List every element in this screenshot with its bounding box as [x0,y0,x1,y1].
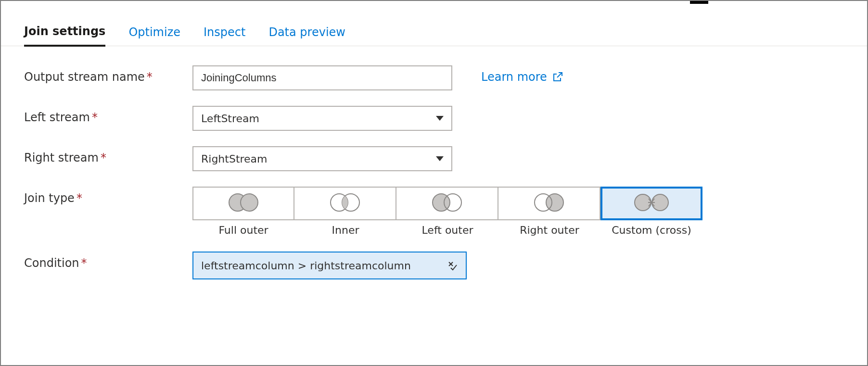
tab-optimize[interactable]: Optimize [128,25,180,46]
required-asterisk: * [92,111,98,124]
row-output-stream-name: Output stream name* Learn more [24,65,844,90]
right-stream-select[interactable]: RightStream [192,146,452,171]
join-type-label: Left outer [422,224,473,236]
join-type-options: Full outer [192,187,702,236]
label-text: Right stream [24,151,99,164]
row-condition: Condition* leftstreamcolumn > rightstrea… [24,252,844,279]
join-type-label: Full outer [218,224,268,236]
required-asterisk: * [77,191,82,205]
venn-full-outer-icon [222,192,265,215]
venn-right-outer-icon [527,192,571,215]
tab-data-preview[interactable]: Data preview [268,25,345,46]
join-type-label: Right outer [520,224,579,236]
tab-inspect[interactable]: Inspect [204,25,245,46]
join-type-full-outer[interactable]: Full outer [192,187,294,236]
tab-join-settings[interactable]: Join settings [24,25,105,47]
tab-bar: Join settings Optimize Inspect Data prev… [1,1,867,46]
left-stream-select[interactable]: LeftStream [192,106,452,131]
right-stream-value: RightStream [201,153,268,165]
svg-point-6 [433,194,450,211]
venn-cross-icon [630,192,673,215]
required-asterisk: * [81,256,87,270]
label-join-type: Join type* [24,187,192,205]
condition-input[interactable]: leftstreamcolumn > rightstreamcolumn [192,252,467,279]
settings-panel: Join settings Optimize Inspect Data prev… [0,0,868,366]
join-type-right-outer[interactable]: Right outer [498,187,600,236]
condition-validate-icon[interactable] [447,260,458,271]
label-text: Left stream [24,111,90,124]
required-asterisk: * [101,151,106,164]
join-type-left-outer[interactable]: Left outer [396,187,498,236]
row-right-stream: Right stream* RightStream [24,146,844,171]
label-condition: Condition* [24,252,192,270]
label-text: Join type [24,191,75,205]
condition-value: leftstreamcolumn > rightstreamcolumn [201,260,411,272]
left-stream-value: LeftStream [201,113,259,125]
venn-left-outer-icon [425,192,469,215]
venn-inner-icon [323,192,367,215]
label-output-stream-name: Output stream name* [24,65,192,84]
learn-more-text: Learn more [481,70,547,84]
output-stream-name-input[interactable] [192,65,452,90]
label-left-stream: Left stream* [24,106,192,124]
join-type-label: Inner [332,224,359,236]
required-asterisk: * [147,70,153,84]
join-type-inner[interactable]: Inner [294,187,396,236]
join-type-label: Custom (cross) [612,224,691,236]
label-text: Condition [24,256,79,270]
svg-point-1 [241,194,258,211]
chevron-down-icon [436,156,444,161]
join-type-custom-cross[interactable]: Custom (cross) [600,187,702,236]
learn-more-link[interactable]: Learn more [481,65,563,84]
external-link-icon [552,71,563,83]
svg-point-8 [546,194,563,211]
chevron-down-icon [436,116,444,121]
row-join-type: Join type* Full outer [24,187,844,236]
label-right-stream: Right stream* [24,146,192,164]
label-text: Output stream name [24,70,145,84]
drag-stub [690,1,708,4]
row-left-stream: Left stream* LeftStream [24,106,844,131]
form-area: Output stream name* Learn more Left st [1,46,867,314]
